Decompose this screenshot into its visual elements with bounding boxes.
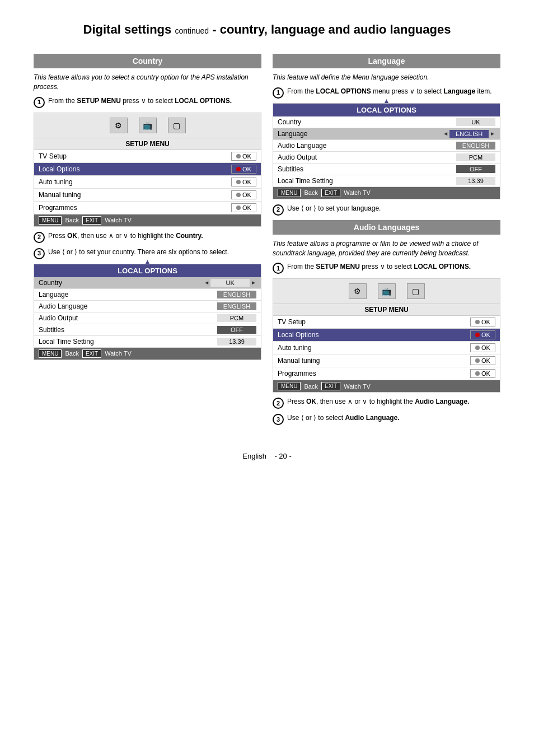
local-options-title: LOCAL OPTIONS [34,264,261,277]
step3-text: Use ⟨ or ⟩ to set your country. There ar… [48,248,261,257]
menu-row-manualtuning: Manual tuning OK [34,189,261,202]
footer: English - 20 - [34,452,500,460]
step2-num: 2 [34,232,45,243]
country-header: Country [34,54,261,68]
audio-menu-row-localoptions: Local Options OK [273,329,500,342]
lang-local-options-bottom: MENU Back EXIT Watch TV [273,187,500,199]
language-desc: This feature will define the Menu langua… [273,73,500,82]
audio-step3-num: 3 [273,414,284,425]
lang-step1-text: From the LOCAL OPTIONS menu press ∨ to s… [287,87,500,96]
title-main: Digital settings [83,22,172,36]
country-section: Country This feature allows you to selec… [34,54,261,430]
lo-row-audiolang: Audio Language ENGLISH [34,301,261,312]
menu-bottom-bar: MENU Back EXIT Watch TV [34,214,261,226]
lang-step1-num: 1 [273,87,284,99]
audio-step3-text: Use ⟨ or ⟩ to select Audio Language. [287,413,500,423]
icon-square: ▢ [168,118,186,133]
audio-icon-tv: 📺 [378,283,396,299]
menu-row-localoptions: Local Options OK [34,163,261,176]
lo-row-language: Language ENGLISH [34,289,261,301]
footer-page: - 20 - [274,452,291,460]
icon-settings: ⚙ [110,118,128,133]
country-step2: 2 Press OK, then use ∧ or ∨ to highlight… [34,231,261,243]
audio-step1-num: 1 [273,263,284,274]
local-options-box-country: LOCAL OPTIONS Country ◄ UK ► Language EN… [34,264,261,360]
audio-step1-text: From the SETUP MENU press ∨ to select LO… [287,262,500,272]
title-continued: continued [175,26,209,35]
country-step1: 1 From the SETUP MENU press ∨ to select … [34,96,261,108]
step3-num: 3 [34,248,45,259]
lang-lo-row-language: Language ◄ ENGLISH ► [273,128,500,140]
step2-text: Press OK, then use ∧ or ∨ to highlight t… [48,231,261,241]
audio-step2-num: 2 [273,398,284,409]
audio-icon-settings: ⚙ [349,283,367,299]
lang-lo-row-subtitles: Subtitles OFF [273,164,500,175]
lang-step2: 2 Use ⟨ or ⟩ to set your language. [273,204,500,216]
menu-icons: ⚙ 📺 ▢ [34,113,261,138]
audio-step2-text: Press OK, then use ∧ or ∨ to highlight t… [287,397,500,407]
footer-language: English [242,452,266,460]
country-desc: This feature allows you to select a coun… [34,73,261,92]
audio-setup-menu-title: SETUP MENU [273,304,500,316]
title-sub: - country, language and audio languages [212,22,451,36]
audio-languages-header: Audio Languages [273,220,500,235]
audio-menu-row-autotuning: Auto tuning OK [273,342,500,354]
audio-setup-menu-box: ⚙ 📺 ▢ SETUP MENU TV Setup OK Local Optio… [273,278,500,393]
audio-menu-icons: ⚙ 📺 ▢ [273,279,500,304]
lo-row-country: Country ◄ UK ► [34,277,261,289]
setup-menu-title: SETUP MENU [34,138,261,150]
lang-lo-row-country: Country UK [273,116,500,128]
step1-text: From the SETUP MENU press ∨ to select LO… [48,96,261,106]
step1-num: 1 [34,97,45,108]
local-options-bottom: MENU Back EXIT Watch TV [34,348,261,360]
audio-menu-row-programmes: Programmes OK [273,367,500,380]
menu-row-programmes: Programmes OK [34,202,261,214]
lang-step2-text: Use ⟨ or ⟩ to set your language. [287,204,500,213]
lo-row-audiooutput: Audio Output PCM [34,312,261,324]
lang-lo-row-localtimesetting: Local Time Setting 13.39 [273,175,500,187]
language-audio-section: Language This feature will define the Me… [273,54,500,430]
audio-menu-row-manualtuning: Manual tuning OK [273,354,500,367]
lo-row-subtitles: Subtitles OFF [34,324,261,336]
lang-local-options-title: LOCAL OPTIONS [273,104,500,116]
language-header: Language [273,54,500,68]
lang-lo-row-audiolang: Audio Language ENGLISH [273,140,500,152]
main-content: Country This feature allows you to selec… [34,54,500,430]
lang-step2-num: 2 [273,204,284,216]
audio-menu-bottom-bar: MENU Back EXIT Watch TV [273,380,500,392]
setup-menu-box: ⚙ 📺 ▢ SETUP MENU TV Setup OK Local Optio… [34,113,261,227]
audio-menu-row-tvsetup: TV Setup OK [273,316,500,329]
lo-row-localtimesetting: Local Time Setting 13.39 [34,336,261,348]
audio-step2: 2 Press OK, then use ∧ or ∨ to highlight… [273,397,500,409]
audio-step1: 1 From the SETUP MENU press ∨ to select … [273,262,500,274]
icon-tv: 📺 [139,118,157,133]
menu-row-tvsetup: TV Setup OK [34,150,261,163]
lang-lo-row-audiooutput: Audio Output PCM [273,152,500,164]
audio-icon-square: ▢ [407,283,425,299]
page-title: Digital settings continued - country, la… [34,22,500,37]
local-options-box-language: LOCAL OPTIONS Country UK Language ◄ ENGL… [273,103,500,199]
audio-languages-desc: This feature allows a programme or film … [273,239,500,258]
menu-row-autotuning: Auto tuning OK [34,176,261,189]
audio-step3: 3 Use ⟨ or ⟩ to select Audio Language. [273,413,500,425]
